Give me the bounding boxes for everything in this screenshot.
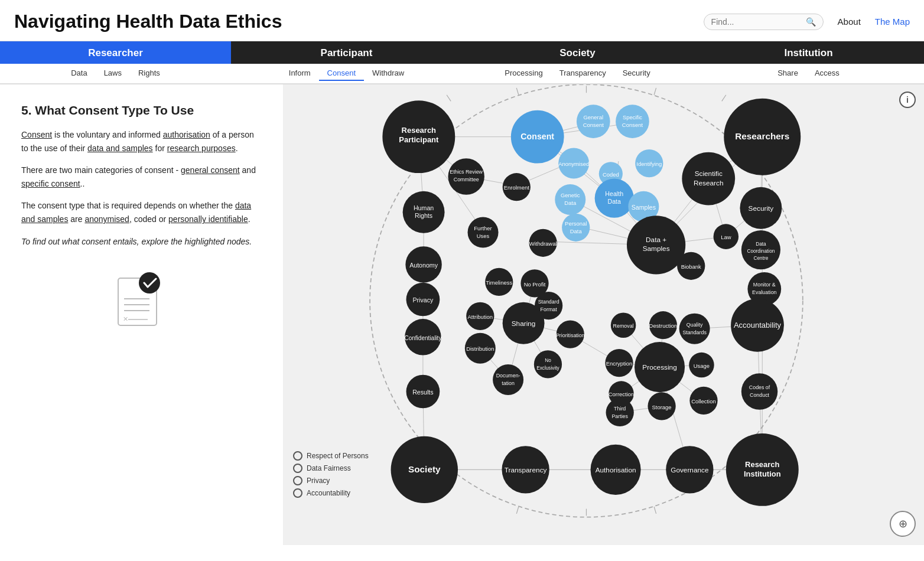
svg-text:Data: Data — [608, 198, 622, 205]
info-button[interactable]: i — [899, 92, 916, 108]
svg-text:Health: Health — [605, 190, 623, 197]
svg-point-172 — [741, 373, 777, 409]
svg-text:Governance: Governance — [671, 466, 709, 474]
authorisation-link[interactable]: authorisation — [163, 130, 210, 139]
header-nav: 🔍 About The Map — [704, 14, 910, 30]
sub-tabs-researcher: Data Laws Rights — [0, 64, 231, 83]
subtab-access[interactable]: Access — [806, 66, 848, 81]
svg-text:Scientific: Scientific — [695, 169, 723, 178]
svg-text:tation: tation — [502, 380, 515, 386]
personally-identifiable-link[interactable]: personally identifiable — [168, 214, 248, 224]
svg-text:Parties: Parties — [611, 413, 628, 419]
svg-text:Privacy: Privacy — [412, 296, 434, 304]
svg-text:Transparency: Transparency — [505, 466, 547, 474]
subtab-security[interactable]: Security — [614, 66, 659, 81]
legend-label-privacy: Privacy — [307, 477, 330, 485]
svg-text:Ethics Review: Ethics Review — [450, 169, 483, 175]
subtab-transparency[interactable]: Transparency — [551, 66, 614, 81]
svg-text:Rights: Rights — [415, 212, 432, 219]
tab-participant[interactable]: Participant — [231, 41, 462, 64]
svg-text:Timeliness: Timeliness — [486, 279, 512, 286]
svg-text:Processing: Processing — [642, 363, 676, 371]
paragraph-1: Consent is the voluntary and informed au… — [21, 128, 262, 155]
search-input[interactable] — [711, 17, 806, 27]
subtab-rights[interactable]: Rights — [130, 66, 168, 81]
map-legend: Respect of Persons Data Fairness Privacy… — [293, 451, 369, 498]
left-panel: 5. What Consent Type To Use Consent is t… — [0, 84, 284, 545]
nav-map-link[interactable]: The Map — [875, 17, 910, 27]
svg-text:Withdrawal: Withdrawal — [529, 240, 557, 247]
svg-text:Authorisation: Authorisation — [596, 466, 636, 474]
svg-text:Encryption: Encryption — [606, 360, 633, 367]
svg-text:Confidentiality: Confidentiality — [404, 335, 441, 341]
legend-circle-privacy — [293, 476, 302, 485]
map-canvas: i — [284, 84, 924, 545]
svg-text:Research: Research — [694, 179, 723, 187]
svg-text:Storage: Storage — [652, 404, 672, 410]
tab-institution[interactable]: Institution — [693, 41, 924, 64]
legend-circle-fairness — [293, 464, 302, 473]
search-box[interactable]: 🔍 — [704, 14, 824, 30]
svg-text:No: No — [545, 358, 551, 363]
svg-text:Data: Data — [756, 242, 766, 247]
research-purposes-link[interactable]: research purposes — [167, 143, 236, 153]
svg-text:Results: Results — [412, 389, 433, 396]
compass-button[interactable]: ⊕ — [890, 511, 916, 537]
subtab-share[interactable]: Share — [769, 66, 806, 81]
svg-text:✕: ✕ — [123, 315, 128, 322]
subtab-laws[interactable]: Laws — [96, 66, 130, 81]
svg-text:Human: Human — [414, 204, 434, 211]
paragraph-3: The consent type that is required depend… — [21, 199, 262, 226]
svg-text:Documen-: Documen- — [496, 373, 520, 379]
sub-tabs-institution: Share Access — [693, 64, 924, 83]
svg-text:Data: Data — [564, 200, 577, 206]
right-panel: i — [284, 84, 924, 545]
tab-researcher[interactable]: Researcher — [0, 41, 231, 64]
svg-text:Removal: Removal — [613, 323, 634, 329]
svg-point-177 — [606, 399, 634, 426]
subtab-data[interactable]: Data — [63, 66, 95, 81]
subtab-withdraw[interactable]: Withdraw — [364, 66, 412, 81]
legend-label-respect: Respect of Persons — [307, 452, 369, 460]
svg-text:Standard: Standard — [538, 299, 559, 305]
svg-text:Data +: Data + — [646, 236, 666, 244]
svg-text:Exclusivity: Exclusivity — [536, 366, 559, 371]
general-consent-link[interactable]: general consent — [181, 165, 240, 175]
tab-group-institution: Institution Share Access — [693, 41, 924, 83]
svg-text:Collection: Collection — [691, 398, 715, 405]
svg-text:Destruction: Destruction — [649, 322, 678, 329]
nav-about-link[interactable]: About — [838, 17, 861, 27]
svg-text:Society: Society — [408, 464, 441, 474]
svg-text:Consent: Consent — [583, 122, 604, 128]
subtab-consent[interactable]: Consent — [319, 66, 364, 81]
network-svg: Research Participant Consent General Con… — [284, 84, 924, 545]
svg-text:Coordination: Coordination — [747, 249, 775, 254]
svg-line-200 — [516, 507, 519, 514]
svg-text:Sharing: Sharing — [512, 319, 536, 328]
subtab-inform[interactable]: Inform — [281, 66, 319, 81]
svg-text:Samples: Samples — [643, 244, 670, 253]
tab-society[interactable]: Society — [462, 41, 693, 64]
svg-text:Centre: Centre — [754, 256, 769, 261]
svg-text:Attribution: Attribution — [468, 314, 493, 320]
svg-text:Accountability: Accountability — [734, 321, 782, 330]
tab-group-researcher: Researcher Data Laws Rights — [0, 41, 231, 83]
svg-text:Research: Research — [402, 126, 437, 135]
consent-link[interactable]: Consent — [21, 130, 52, 139]
svg-text:Monitor &: Monitor & — [753, 282, 776, 288]
consent-illustration: ✕ — [21, 266, 262, 331]
data-samples-link[interactable]: data and samples — [87, 143, 153, 153]
specific-consent-link[interactable]: specific consent — [21, 179, 80, 188]
anonymised-link[interactable]: anonymised — [84, 214, 129, 224]
svg-text:Further: Further — [474, 225, 492, 231]
svg-text:Prioritisation: Prioritisation — [556, 332, 585, 338]
tab-group-society: Society Processing Transparency Security — [462, 41, 693, 83]
svg-text:Law: Law — [721, 234, 731, 240]
svg-text:Conduct: Conduct — [750, 392, 770, 398]
svg-text:Genetic: Genetic — [561, 192, 580, 198]
svg-point-165 — [493, 364, 523, 395]
section-body: Consent is the voluntary and informed au… — [21, 128, 262, 249]
subtab-processing[interactable]: Processing — [496, 66, 551, 81]
svg-point-6 — [139, 272, 160, 293]
svg-text:Personal: Personal — [565, 220, 587, 227]
